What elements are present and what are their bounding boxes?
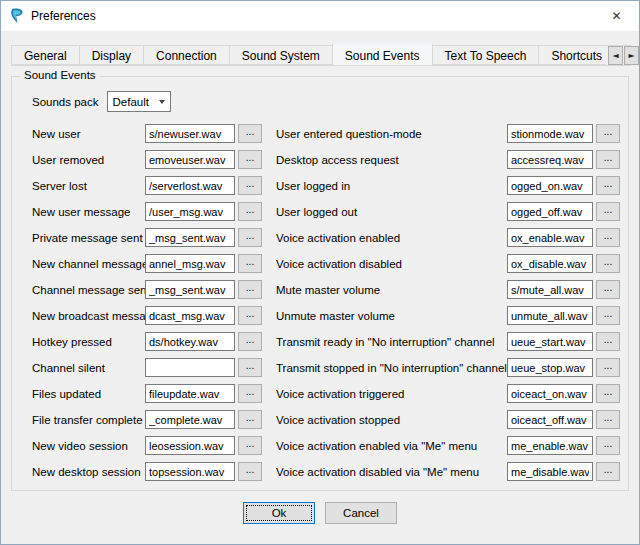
browse-button[interactable]: ...	[596, 176, 620, 195]
tab-text-to-speech[interactable]: Text To Speech	[432, 45, 540, 65]
sound-file-input[interactable]	[507, 384, 593, 403]
browse-button[interactable]: ...	[596, 280, 620, 299]
sound-file-input[interactable]	[507, 462, 593, 481]
sounds-pack-select[interactable]: Default	[107, 91, 171, 112]
tab-sound-system[interactable]: Sound System	[229, 45, 333, 65]
sound-event-row: User removed...	[32, 150, 262, 169]
browse-button[interactable]: ...	[238, 358, 262, 377]
sound-events-groupbox: Sound Events Sounds pack Default New use…	[11, 76, 629, 491]
sound-file-input[interactable]	[145, 124, 235, 143]
browse-button[interactable]: ...	[596, 358, 620, 377]
dialog-footer: Ok Cancel	[1, 502, 639, 524]
browse-button[interactable]: ...	[596, 410, 620, 429]
close-button[interactable]: ✕	[594, 1, 639, 31]
sound-event-label: Voice activation stopped	[276, 414, 507, 426]
browse-button[interactable]: ...	[238, 280, 262, 299]
sound-file-input[interactable]	[145, 176, 235, 195]
sound-event-label: New user	[32, 128, 145, 140]
sound-file-input[interactable]	[145, 228, 235, 247]
sound-event-row: New broadcast message...	[32, 306, 262, 325]
browse-button[interactable]: ...	[596, 202, 620, 221]
title-bar: Preferences ✕	[1, 1, 639, 31]
sound-event-label: User removed	[32, 154, 145, 166]
sound-event-row: New user...	[32, 124, 262, 143]
sound-file-input[interactable]	[507, 124, 593, 143]
browse-button[interactable]: ...	[596, 228, 620, 247]
sound-events-grid: New user...User removed...Server lost...…	[32, 124, 620, 488]
browse-button[interactable]: ...	[238, 254, 262, 273]
sound-event-row: Transmit stopped in "No interruption" ch…	[276, 358, 620, 377]
sound-event-label: File transfer complete	[32, 414, 145, 426]
tab-scroll-control: ◄ ►	[606, 46, 639, 65]
sound-file-input[interactable]	[145, 410, 235, 429]
sound-file-input[interactable]	[145, 436, 235, 455]
browse-button[interactable]: ...	[596, 332, 620, 351]
sound-event-label: New desktop session	[32, 466, 145, 478]
browse-button[interactable]: ...	[596, 150, 620, 169]
sound-file-input[interactable]	[507, 306, 593, 325]
browse-button[interactable]: ...	[596, 124, 620, 143]
sound-file-input[interactable]	[507, 150, 593, 169]
sound-event-label: Server lost	[32, 180, 145, 192]
sound-event-label: Mute master volume	[276, 284, 507, 296]
sound-file-input[interactable]	[507, 332, 593, 351]
sound-event-row: Voice activation stopped...	[276, 410, 620, 429]
sound-event-label: New broadcast message	[32, 310, 145, 322]
browse-button[interactable]: ...	[238, 332, 262, 351]
tab-connection[interactable]: Connection	[143, 45, 230, 65]
sound-file-input[interactable]	[507, 202, 593, 221]
browse-button[interactable]: ...	[238, 202, 262, 221]
browse-button[interactable]: ...	[238, 176, 262, 195]
sound-file-input[interactable]	[507, 228, 593, 247]
browse-button[interactable]: ...	[596, 306, 620, 325]
sound-event-label: Private message sent	[32, 232, 145, 244]
browse-button[interactable]: ...	[238, 228, 262, 247]
sound-file-input[interactable]	[507, 176, 593, 195]
browse-button[interactable]: ...	[238, 150, 262, 169]
browse-button[interactable]: ...	[238, 384, 262, 403]
sound-event-label: Unmute master volume	[276, 310, 507, 322]
browse-button[interactable]: ...	[238, 462, 262, 481]
sound-file-input[interactable]	[145, 358, 235, 377]
browse-button[interactable]: ...	[596, 436, 620, 455]
tab-scroll-right-button[interactable]: ►	[624, 46, 639, 65]
sound-event-label: Voice activation disabled via "Me" menu	[276, 466, 507, 478]
browse-button[interactable]: ...	[238, 124, 262, 143]
browse-button[interactable]: ...	[238, 306, 262, 325]
sound-file-input[interactable]	[507, 410, 593, 429]
browse-button[interactable]: ...	[596, 462, 620, 481]
sound-file-input[interactable]	[145, 332, 235, 351]
sound-file-input[interactable]	[145, 150, 235, 169]
tab-scroll-left-button[interactable]: ◄	[608, 46, 623, 65]
sound-file-input[interactable]	[145, 254, 235, 273]
sound-event-label: Transmit ready in "No interruption" chan…	[276, 336, 507, 348]
groupbox-legend: Sound Events	[20, 69, 100, 81]
sound-event-label: User logged out	[276, 206, 507, 218]
cancel-button[interactable]: Cancel	[325, 502, 397, 524]
sound-event-row: User logged in...	[276, 176, 620, 195]
tab-shortcuts[interactable]: Shortcuts	[538, 45, 615, 65]
sound-event-label: New video session	[32, 440, 145, 452]
sound-file-input[interactable]	[507, 436, 593, 455]
sound-file-input[interactable]	[145, 202, 235, 221]
browse-button[interactable]: ...	[238, 410, 262, 429]
browse-button[interactable]: ...	[596, 384, 620, 403]
tab-strip-area: GeneralDisplayConnectionSound SystemSoun…	[1, 31, 639, 66]
sound-events-left-column: New user...User removed...Server lost...…	[32, 124, 262, 488]
sound-file-input[interactable]	[507, 254, 593, 273]
sound-file-input[interactable]	[145, 280, 235, 299]
sound-file-input[interactable]	[145, 306, 235, 325]
sound-file-input[interactable]	[507, 358, 593, 377]
sounds-pack-label: Sounds pack	[32, 96, 99, 108]
sound-file-input[interactable]	[145, 384, 235, 403]
sound-file-input[interactable]	[145, 462, 235, 481]
tab-general[interactable]: General	[11, 45, 80, 65]
sound-event-row: Voice activation disabled via "Me" menu.…	[276, 462, 620, 481]
ok-button[interactable]: Ok	[243, 502, 315, 524]
sound-file-input[interactable]	[507, 280, 593, 299]
tab-sound-events[interactable]: Sound Events	[332, 44, 433, 66]
browse-button[interactable]: ...	[596, 254, 620, 273]
sound-event-label: User entered question-mode	[276, 128, 507, 140]
tab-display[interactable]: Display	[79, 45, 144, 65]
browse-button[interactable]: ...	[238, 436, 262, 455]
